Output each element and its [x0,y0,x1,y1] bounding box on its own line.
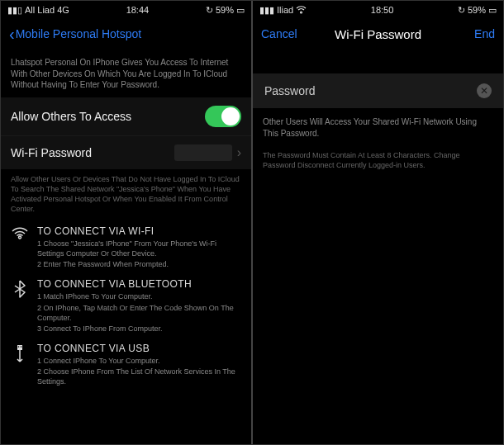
hotspot-settings-screen: ▮▮▯ All Liad 4G 18:44 ↻ 59% ▭ ‹ Mobile P… [1,1,251,444]
battery-icon: ▭ [236,5,245,16]
end-button[interactable]: End [474,27,495,40]
battery-percent: 59% [468,5,486,15]
refresh-icon: ↻ [458,5,465,16]
chevron-left-icon: ‹ [9,25,15,44]
cancel-button[interactable]: Cancel [261,27,297,40]
bt-step-1: 1 Match IPhone To Your Computer. [37,291,241,301]
nav-title: Wi-Fi Password [335,27,421,41]
chevron-right-icon: › [237,145,241,160]
bt-step-2: 2 On IPhone, Tap Match Or Enter The Code… [37,303,241,323]
allow-others-toggle[interactable] [205,106,241,127]
battery-icon: ▭ [488,5,497,16]
status-bar: ▮▮▯ All Liad 4G 18:44 ↻ 59% ▭ [1,1,251,19]
wifi-step-2: 2 Enter The Password When Prompted. [37,259,241,269]
usb-icon [11,343,29,387]
password-input-row[interactable]: Password ✕ [253,73,503,108]
wifi-connect-title: TO CONNECT VIA WI-FI [37,225,241,237]
nav-bar: ‹ Mobile Personal Hotspot [1,19,251,49]
allow-others-label: Allow Others To Access [11,110,131,123]
allow-others-row[interactable]: Allow Others To Access [1,97,251,136]
carrier-label: Iliad [277,5,293,15]
refresh-icon: ↻ [206,5,213,16]
bt-connect-title: TO CONNECT VIA BLUETOOTH [37,278,241,290]
connect-instructions: TO CONNECT VIA WI-FI 1 Choose "Jessica's… [1,219,251,404]
password-rule: The Password Must Contain At Least 8 Cha… [253,145,503,175]
clock: 18:50 [371,5,394,15]
signal-bars-icon: ▮▮▮ [259,5,274,16]
wifi-step-1: 1 Choose "Jessica's IPhone" From Your Ph… [37,239,241,258]
bt-step-3: 3 Connect To IPhone From Computer. [37,324,241,334]
wifi-status-icon [296,6,307,14]
status-bar: ▮▮▮ Iliad 18:50 ↻ 59% ▭ [253,1,503,19]
carrier-label: All Liad 4G [25,5,69,15]
signal-bars-icon: ▮▮▯ [7,5,22,16]
password-value-mask [174,144,232,161]
svg-point-2 [21,346,22,348]
clock: 18:44 [126,5,150,15]
back-button[interactable]: ‹ Mobile Personal Hotspot [9,25,141,44]
password-description: Other Users Will Access Your Shared Wi-F… [253,108,503,145]
wifi-password-screen: ▮▮▮ Iliad 18:50 ↻ 59% ▭ Cancel Wi-Fi Pas… [251,1,503,444]
nav-title: Mobile Personal Hotspot [16,27,142,40]
intro-text: Lhatspot Personal On IPhone Gives You Ac… [1,49,251,97]
usb-step-2: 2 Choose IPhone From The List Of Network… [37,367,241,386]
password-field-label: Password [264,84,315,97]
wifi-password-row[interactable]: Wi-Fi Password › [1,136,251,169]
allow-note: Allow Other Users Or Devices That Do Not… [1,169,251,220]
battery-percent: 59% [216,5,234,15]
settings-group: Allow Others To Access Wi-Fi Password › [1,97,251,169]
wifi-icon [11,225,29,270]
usb-connect-title: TO CONNECT VIA USB [37,343,241,354]
svg-point-1 [18,346,20,348]
clear-input-icon[interactable]: ✕ [477,83,492,98]
svg-rect-0 [17,345,22,350]
usb-step-1: 1 Connect IPhone To Your Computer. [37,356,241,366]
nav-bar: Cancel Wi-Fi Password End [253,19,503,49]
bluetooth-icon [11,278,29,334]
wifi-password-label: Wi-Fi Password [11,146,92,159]
